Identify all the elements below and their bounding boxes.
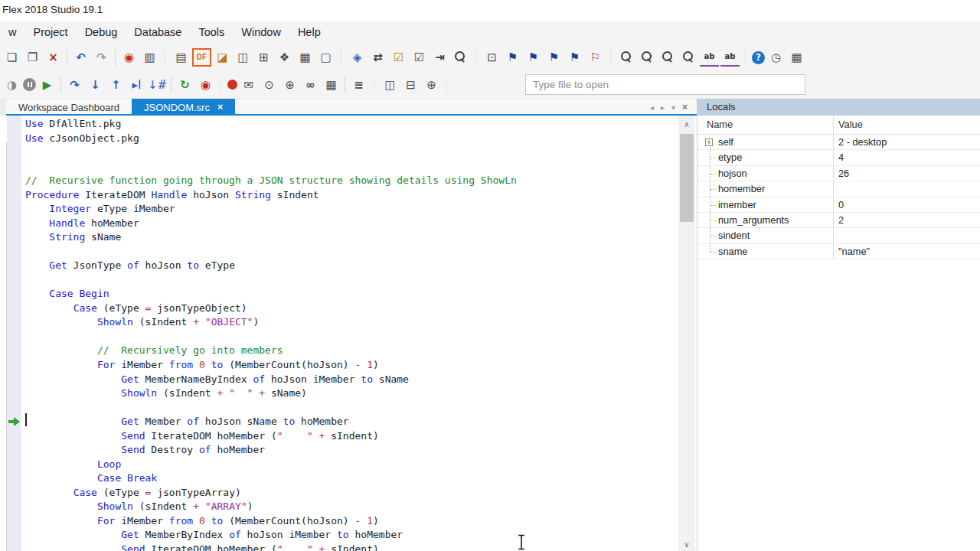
color-palette-icon[interactable]: ❖ <box>275 48 294 67</box>
toggle-breakpoint-icon[interactable] <box>227 80 237 90</box>
menu-window[interactable]: Window <box>233 23 289 41</box>
tab-jsondom-src[interactable]: JSONDOM.src× <box>132 99 235 116</box>
scrollbar-thumb[interactable] <box>680 134 694 222</box>
file-preview-icon[interactable] <box>451 48 470 67</box>
locals-row-hojson[interactable]: hojson26 <box>697 166 980 181</box>
tab-list-icon[interactable]: ▾ <box>671 103 675 112</box>
db-builder-icon[interactable]: ⊟ <box>401 76 420 94</box>
toolbar-drag-handle[interactable] <box>340 49 343 66</box>
menu-w[interactable]: w <box>0 23 24 41</box>
column-header-value[interactable]: Value <box>838 119 863 130</box>
debug-run-icon[interactable]: ▶ <box>38 76 57 94</box>
scroll-up-icon[interactable]: ∧ <box>678 118 695 131</box>
scroll-down-icon[interactable]: ∨ <box>678 538 695 551</box>
menu-help[interactable]: Help <box>289 23 329 41</box>
tab-workspace-dashboard[interactable]: Workspace Dashboard <box>6 99 132 116</box>
step-over-icon[interactable]: ↷ <box>65 76 84 94</box>
bookmark-prev-icon[interactable]: ⚑ <box>524 48 543 67</box>
clear-bookmarks-icon[interactable]: ⚐ <box>586 48 605 67</box>
tag-window-icon[interactable]: ⊡ <box>482 48 501 67</box>
compile-icon[interactable]: ◈ <box>348 48 367 67</box>
toolbar-separator <box>345 77 345 93</box>
copy-icon[interactable]: ❏ <box>2 48 21 67</box>
locals-window-icon[interactable]: ⊕ <box>280 76 299 94</box>
tab-close-icon[interactable]: × <box>217 102 223 112</box>
bookmark-first-icon[interactable]: ⚑ <box>503 48 522 67</box>
locals-row-etype[interactable]: etype4 <box>697 150 980 165</box>
file-open-input[interactable] <box>525 74 805 95</box>
code-editor[interactable]: Use DfAllEnt.pkgUse cJsonObject.pkg// Re… <box>0 116 697 551</box>
locals-row-imember[interactable]: imember0 <box>697 197 980 213</box>
autos-window-icon[interactable]: ∞ <box>301 76 320 94</box>
help-icon[interactable]: ? <box>752 51 765 64</box>
toolbar-drag-handle[interactable] <box>475 49 478 66</box>
email-icon[interactable]: ✉ <box>239 76 258 94</box>
stop-debug-icon[interactable]: ◉ <box>196 76 215 94</box>
variable-name: self <box>718 136 733 148</box>
editor-scrollbar[interactable]: ∧ ∨ <box>678 116 695 551</box>
restart-icon[interactable]: ↻ <box>175 76 194 94</box>
undo-icon[interactable]: ↶ <box>71 48 90 67</box>
bookmark-last-icon[interactable]: ⚑ <box>565 48 584 67</box>
window-layout-icon[interactable]: ▦ <box>787 48 806 67</box>
dataflex-report-icon[interactable]: DF <box>192 48 211 67</box>
code-line: Integer eType iMember <box>25 202 175 217</box>
toolbar-drag-handle[interactable] <box>220 77 223 93</box>
watch-window-icon[interactable]: ⊙ <box>260 76 279 94</box>
new-file-icon[interactable]: ▢ <box>316 48 335 67</box>
locals-row-self[interactable]: +self2 - desktop <box>697 135 980 150</box>
check-updates-icon[interactable]: ◷ <box>766 48 786 67</box>
image-export-icon[interactable]: ◪ <box>213 48 232 67</box>
step-into-icon[interactable]: ↓ <box>86 76 105 94</box>
table-editor-icon[interactable]: ⊞ <box>254 48 273 67</box>
sync-arrows-icon[interactable]: ⇄ <box>368 48 387 67</box>
locals-row-sname[interactable]: sname"name" <box>697 244 980 259</box>
toolbar-drag-handle[interactable] <box>446 77 449 93</box>
expand-icon[interactable]: + <box>705 139 713 146</box>
toolbar-drag-handle[interactable] <box>373 77 376 93</box>
redo-icon[interactable]: ↷ <box>92 48 111 67</box>
find-prev-icon[interactable] <box>638 48 657 67</box>
variable-name: homember <box>718 183 765 194</box>
menu-debug[interactable]: Debug <box>77 23 126 41</box>
paste-icon[interactable]: ❐ <box>23 48 42 67</box>
find-icon[interactable] <box>617 48 636 67</box>
bookmark-next-icon[interactable]: ⚑ <box>544 48 564 67</box>
web-db-icon[interactable]: ⊕ <box>422 76 441 94</box>
properties-icon[interactable]: ▤ <box>172 48 191 67</box>
replace-in-files-icon[interactable]: ab <box>720 48 740 67</box>
pause-icon[interactable] <box>23 78 36 91</box>
run-to-cursor-icon[interactable]: ▸I <box>127 76 146 94</box>
db-table-icon[interactable]: ◫ <box>381 76 400 94</box>
locals-row-homember[interactable]: homember <box>697 181 980 197</box>
database-explorer-icon[interactable]: ◫ <box>234 48 253 67</box>
tab-scroll-left-icon[interactable]: ◂ <box>650 103 654 112</box>
record-macro-icon[interactable]: ◉ <box>119 48 139 67</box>
set-next-statement-icon[interactable]: ↓# <box>148 76 167 94</box>
output-window-icon[interactable]: ≡ <box>349 76 368 94</box>
delete-icon[interactable]: × <box>44 48 63 67</box>
image-check-icon[interactable]: ☑ <box>389 48 408 67</box>
callstack-window-icon[interactable]: ▦ <box>322 76 341 94</box>
find-next-icon[interactable] <box>658 48 678 67</box>
toolbar-drag-handle[interactable] <box>164 49 167 66</box>
data-browser-icon[interactable]: ▦ <box>296 48 315 67</box>
run-icon[interactable]: ◑ <box>2 76 21 94</box>
clipboard-check-icon[interactable]: ☑ <box>410 48 429 67</box>
replace-icon[interactable]: ab <box>700 48 719 67</box>
step-out-icon[interactable]: ↑ <box>106 76 126 94</box>
menu-tools[interactable]: Tools <box>190 23 233 41</box>
column-header-name[interactable]: Name <box>707 119 733 130</box>
application-window: Flex 2018 Studio 19.1 wProjectDebugDatab… <box>0 0 980 551</box>
menu-database[interactable]: Database <box>126 23 190 41</box>
toolbar-drag-handle[interactable] <box>744 49 747 66</box>
find-in-files-icon[interactable] <box>679 48 698 67</box>
tab-close-icon[interactable]: × <box>682 102 688 112</box>
print-icon[interactable]: ▥ <box>140 48 159 67</box>
locals-row-num_arguments[interactable]: num_arguments2 <box>697 213 980 228</box>
toolbar-drag-handle[interactable] <box>609 49 612 66</box>
locals-row-sindent[interactable]: sindent <box>697 228 980 243</box>
tab-scroll-right-icon[interactable]: ▸ <box>661 103 665 112</box>
export-file-icon[interactable]: ⇥ <box>430 48 449 67</box>
menu-project[interactable]: Project <box>24 23 76 41</box>
